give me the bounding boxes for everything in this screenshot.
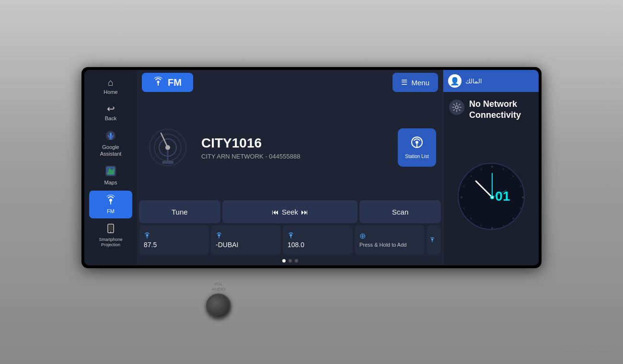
- user-bar: 👤 المالك: [443, 70, 539, 92]
- vol-knob-area: VOL AUDIO: [206, 282, 231, 318]
- screen-inner: ⌂ Home ↩ Back: [84, 70, 539, 265]
- page-dots: [137, 258, 443, 265]
- svg-point-12: [110, 232, 111, 233]
- right-panel: 👤 المالك No Network Connectivity: [443, 70, 539, 265]
- svg-point-42: [463, 186, 464, 187]
- sidebar-label-smartphone: Smartphone Projection: [92, 237, 129, 248]
- preset-icon-partial: [429, 237, 435, 244]
- vol-knob[interactable]: [206, 294, 231, 318]
- station-list-label: Station List: [405, 154, 428, 159]
- dot-1: [282, 259, 286, 262]
- preset-icon-1: [144, 232, 150, 240]
- preset-item-1[interactable]: 87.5: [139, 225, 209, 255]
- seek-button[interactable]: ⏮ Seek ⏭: [222, 200, 358, 223]
- svg-point-46: [480, 169, 481, 170]
- network-status-area: No Network Connectivity: [443, 92, 539, 128]
- vol-text: VOL: [214, 282, 223, 286]
- seek-fwd-icon: ⏭: [301, 208, 308, 216]
- fm-icon: [105, 194, 116, 206]
- menu-icon: ☰: [401, 78, 407, 87]
- settings-icon: [449, 100, 464, 115]
- tune-label: Tune: [172, 208, 188, 216]
- svg-point-37: [522, 196, 524, 198]
- maps-icon: [105, 166, 116, 178]
- svg-point-43: [519, 186, 520, 187]
- presets-row: 87.5 -DUBAI: [137, 225, 443, 258]
- sidebar: ⌂ Home ↩ Back: [84, 70, 137, 265]
- dot-3: [295, 259, 298, 262]
- top-bar: FM ☰ Menu: [137, 70, 443, 95]
- network-status-text: No Network Connectivity: [469, 99, 533, 121]
- svg-point-48: [480, 225, 481, 226]
- station-name: CITY1016: [201, 136, 388, 151]
- menu-button[interactable]: ☰ Menu: [392, 73, 438, 92]
- preset-freq-1: 87.5: [144, 241, 157, 249]
- svg-line-50: [476, 181, 492, 197]
- user-name: المالك: [465, 78, 482, 85]
- screen-outer: ⌂ Home ↩ Back: [81, 67, 542, 268]
- dot-2: [288, 259, 292, 262]
- station-list-icon: [410, 136, 424, 152]
- svg-point-44: [463, 208, 464, 209]
- sidebar-item-home[interactable]: ⌂ Home: [89, 74, 132, 99]
- car-frame: ⌂ Home ↩ Back: [0, 0, 623, 364]
- fm-label: FM: [168, 77, 182, 88]
- clock-face: 01: [458, 163, 525, 230]
- sidebar-item-smartphone[interactable]: Smartphone Projection: [89, 219, 132, 251]
- now-playing-area: CITY1016 CITY ARN NETWORK - 044555888: [137, 95, 443, 200]
- user-avatar: 👤: [448, 74, 461, 88]
- svg-point-39: [512, 176, 514, 177]
- svg-point-38: [470, 176, 472, 177]
- preset-freq-2: -DUBAI: [216, 241, 238, 249]
- svg-point-47: [502, 169, 503, 170]
- preset-add-label: Press & Hold to Add: [359, 241, 406, 248]
- svg-rect-20: [162, 161, 173, 164]
- station-list-button[interactable]: Station List: [398, 128, 436, 167]
- scan-label: Scan: [392, 208, 408, 216]
- svg-point-35: [491, 227, 493, 229]
- sidebar-item-back[interactable]: ↩ Back: [89, 100, 132, 125]
- sidebar-item-maps[interactable]: Maps: [89, 162, 132, 190]
- preset-item-2[interactable]: -DUBAI: [211, 225, 281, 255]
- preset-add-button[interactable]: ⊕ Press & Hold to Add: [355, 225, 425, 255]
- main-content: FM ☰ Menu: [137, 70, 443, 265]
- preset-icon-3: [288, 232, 294, 240]
- fm-button[interactable]: FM: [142, 73, 193, 92]
- radio-animation: [144, 126, 192, 169]
- station-info: CITY1016 CITY ARN NETWORK - 044555888: [201, 136, 388, 160]
- scan-button[interactable]: Scan: [359, 200, 441, 223]
- menu-label: Menu: [411, 79, 429, 87]
- svg-point-36: [461, 196, 462, 198]
- add-preset-icon: ⊕: [359, 231, 366, 240]
- watermark: © DUBICARS.com: [565, 349, 609, 354]
- svg-point-33: [455, 106, 458, 109]
- svg-rect-1: [110, 133, 112, 137]
- clock-number: 01: [495, 189, 510, 204]
- fm-broadcast-icon: [153, 77, 163, 89]
- clock-area: 01: [443, 128, 539, 265]
- svg-rect-11: [109, 225, 113, 231]
- sidebar-label-maps: Maps: [104, 180, 117, 186]
- preset-freq-3: 108.0: [288, 241, 304, 249]
- sidebar-label-back: Back: [105, 115, 116, 122]
- preset-icon-2: [216, 232, 222, 240]
- svg-point-45: [519, 208, 520, 209]
- sidebar-item-fm[interactable]: FM: [89, 191, 132, 218]
- seek-back-icon: ⏮: [272, 208, 279, 216]
- smartphone-icon: [105, 223, 116, 235]
- svg-point-54: [491, 196, 493, 198]
- sidebar-label-home: Home: [104, 89, 117, 95]
- sidebar-label-fm: FM: [107, 208, 115, 215]
- vol-label: VOL AUDIO: [212, 282, 226, 293]
- svg-point-34: [491, 166, 493, 168]
- seek-label: Seek: [282, 208, 298, 216]
- preset-partial[interactable]: [427, 225, 441, 255]
- svg-point-41: [512, 218, 514, 219]
- svg-point-49: [502, 225, 503, 226]
- preset-item-3[interactable]: 108.0: [283, 225, 353, 255]
- tune-button[interactable]: Tune: [139, 200, 220, 223]
- sidebar-item-google-assistant[interactable]: Google Assistant: [89, 126, 132, 160]
- sidebar-label-google: Google Assistant: [92, 144, 129, 157]
- svg-point-40: [470, 218, 472, 219]
- station-sub: CITY ARN NETWORK - 044555888: [201, 153, 388, 160]
